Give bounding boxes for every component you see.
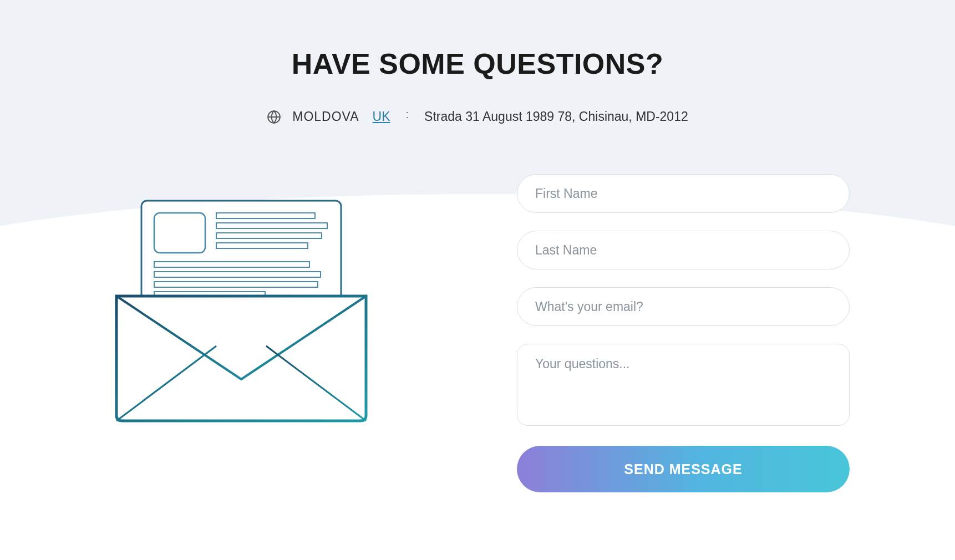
first-name-input[interactable] [517,174,850,213]
illustration-column [105,174,377,426]
contact-form: SEND MESSAGE [517,174,850,492]
location-link-uk[interactable]: UK [373,109,390,124]
send-message-button[interactable]: SEND MESSAGE [517,446,850,492]
location-active-country: MOLDOVA [292,109,359,124]
last-name-input[interactable] [517,231,850,269]
page-container: HAVE SOME QUESTIONS? MOLDOVA UK : Strada… [0,0,955,560]
globe-icon [267,110,281,124]
location-address: Strada 31 August 1989 78, Chisinau, MD-2… [424,109,688,124]
page-title: HAVE SOME QUESTIONS? [0,47,955,80]
location-separator: : [406,108,409,121]
location-bar: MOLDOVA UK : Strada 31 August 1989 78, C… [0,109,955,124]
envelope-icon [105,191,377,424]
questions-textarea[interactable] [517,344,850,426]
content-row: SEND MESSAGE [0,174,955,492]
email-input[interactable] [517,287,850,326]
